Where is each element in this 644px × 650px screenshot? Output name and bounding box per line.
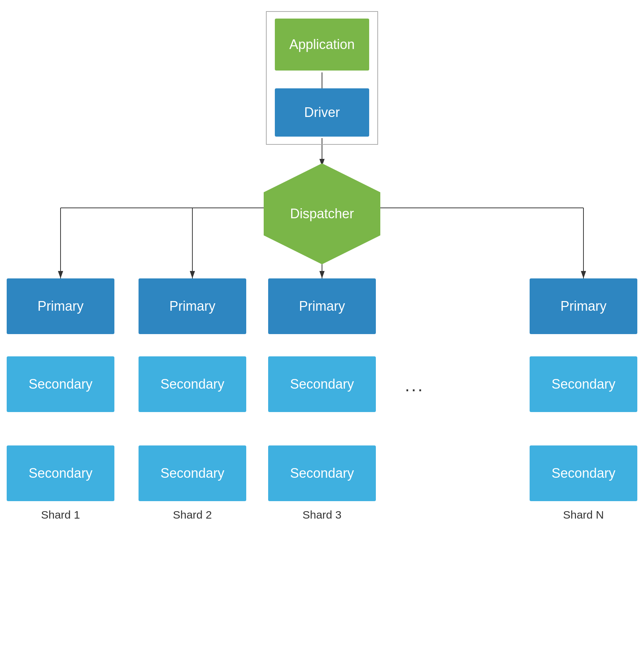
shard-label-n: Shard N: [530, 509, 637, 521]
shard-label-3: Shard 3: [268, 509, 376, 521]
secondary-box-3-1: Secondary: [268, 356, 376, 412]
primary-box-3: Primary: [268, 278, 376, 334]
primary-box-1: Primary: [7, 278, 114, 334]
primary-box-n: Primary: [530, 278, 637, 334]
shard-label-2: Shard 2: [139, 509, 246, 521]
ellipsis-row1: ...: [405, 375, 424, 395]
dispatcher-hexagon: Dispatcher: [264, 163, 380, 264]
diagram: Application Driver Dispatcher Primary Pr…: [0, 0, 644, 650]
shard-label-1: Shard 1: [7, 509, 114, 521]
primary-box-2: Primary: [139, 278, 246, 334]
secondary-box-n-1: Secondary: [530, 356, 637, 412]
secondary-box-2-1: Secondary: [139, 356, 246, 412]
secondary-box-n-2: Secondary: [530, 445, 637, 501]
secondary-box-1-2: Secondary: [7, 445, 114, 501]
secondary-box-1-1: Secondary: [7, 356, 114, 412]
application-box: Application: [275, 19, 369, 71]
secondary-box-3-2: Secondary: [268, 445, 376, 501]
driver-box: Driver: [275, 88, 369, 137]
secondary-box-2-2: Secondary: [139, 445, 246, 501]
